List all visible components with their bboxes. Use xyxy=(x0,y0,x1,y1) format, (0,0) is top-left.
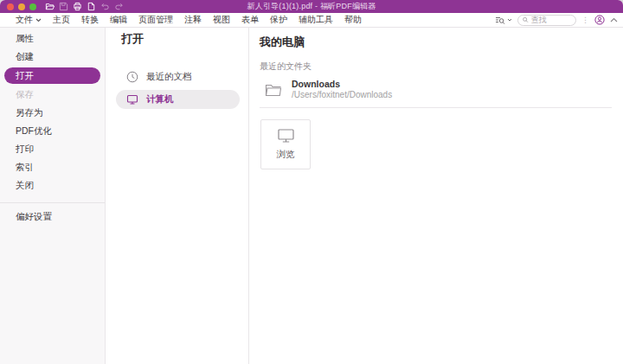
overflow-dots-icon: ⋮ xyxy=(581,16,589,24)
open-item-recent-documents[interactable]: 最近的文档 xyxy=(116,67,240,86)
close-window-button[interactable] xyxy=(7,3,14,10)
maximize-window-button[interactable] xyxy=(29,3,36,10)
menu-help[interactable]: 帮助 xyxy=(344,14,362,26)
browse-label: 浏览 xyxy=(277,149,295,161)
chevron-down-icon xyxy=(507,18,512,22)
computer-panel: 我的电脑 最近的文件夹 Downloads /Users/foxitnet/Do… xyxy=(249,28,623,364)
computer-icon xyxy=(277,128,295,144)
minimize-window-button[interactable] xyxy=(18,3,25,10)
sidebar-item-save[interactable]: 保存 xyxy=(0,86,105,104)
window-controls xyxy=(7,3,36,10)
menu-organize[interactable]: 页面管理 xyxy=(138,14,173,26)
menubar: 文件 主页 转换 编辑 页面管理 注释 视图 表单 保护 辅助工具 帮助 xyxy=(0,13,623,28)
sidebar-item-close[interactable]: 关闭 xyxy=(0,176,105,195)
open-panel: 打开 最近的文档 xyxy=(106,28,249,364)
folder-name: Downloads xyxy=(292,79,392,89)
account-avatar[interactable] xyxy=(594,15,605,25)
menu-file-label: 文件 xyxy=(16,14,33,26)
menu-accessibility[interactable]: 辅助工具 xyxy=(299,14,333,26)
menu-form[interactable]: 表单 xyxy=(241,14,259,26)
menu-protect[interactable]: 保护 xyxy=(270,14,287,26)
sidebar-item-pdf-optimize[interactable]: PDF优化 xyxy=(0,122,105,140)
search-icon xyxy=(523,16,529,23)
sidebar-item-open[interactable]: 打开 xyxy=(4,67,100,84)
sidebar-item-save-as[interactable]: 另存为 xyxy=(0,104,105,122)
folder-texts: Downloads /Users/foxitnet/Downloads xyxy=(292,79,392,100)
open-location-list: 最近的文档 计算机 xyxy=(116,67,240,109)
titlebar: 新人引导(1)(1).pdf - 福昕PDF编辑器 xyxy=(0,0,623,13)
new-document-icon[interactable] xyxy=(87,2,96,11)
menu-edit[interactable]: 编辑 xyxy=(110,14,127,26)
open-item-label: 最近的文档 xyxy=(146,71,192,83)
browse-button[interactable]: 浏览 xyxy=(260,119,311,169)
menu-home[interactable]: 主页 xyxy=(53,14,70,26)
backstage-sidebar: 属性 创建 打开 保存 另存为 PDF优化 打印 索引 关闭 偏好设置 xyxy=(0,28,106,364)
advanced-find-button[interactable] xyxy=(495,16,512,25)
computer-panel-title: 我的电脑 xyxy=(260,36,612,48)
menu-view[interactable]: 视图 xyxy=(213,14,230,26)
recent-folders-label: 最近的文件夹 xyxy=(260,61,612,73)
save-icon[interactable] xyxy=(59,2,68,11)
search-input[interactable] xyxy=(531,16,571,24)
sidebar-item-preferences[interactable]: 偏好设置 xyxy=(0,208,105,226)
sidebar-item-index[interactable]: 索引 xyxy=(0,158,105,176)
quick-access-toolbar xyxy=(45,2,124,11)
clock-icon xyxy=(126,71,138,83)
open-file-icon[interactable] xyxy=(45,2,55,11)
search-field[interactable] xyxy=(517,15,576,26)
redo-icon[interactable] xyxy=(114,2,124,11)
backstage-view: 属性 创建 打开 保存 另存为 PDF优化 打印 索引 关闭 偏好设置 打开 xyxy=(0,28,623,364)
app-window: 新人引导(1)(1).pdf - 福昕PDF编辑器 文件 主页 转换 编辑 页面… xyxy=(0,0,623,364)
open-item-computer[interactable]: 计算机 xyxy=(116,90,240,109)
computer-icon xyxy=(126,93,138,105)
folder-icon xyxy=(265,82,282,97)
menu-convert[interactable]: 转换 xyxy=(81,14,99,26)
sidebar-item-print[interactable]: 打印 xyxy=(0,140,105,158)
open-panel-title: 打开 xyxy=(121,33,248,45)
collapse-ribbon-button[interactable] xyxy=(610,17,618,22)
sidebar-item-properties[interactable]: 属性 xyxy=(0,29,105,48)
print-icon[interactable] xyxy=(73,2,82,11)
sidebar-divider xyxy=(0,202,105,203)
recent-folder-item[interactable]: Downloads /Users/foxitnet/Downloads xyxy=(260,73,612,108)
menu-file[interactable]: 文件 xyxy=(16,14,42,26)
find-icon xyxy=(495,16,506,25)
open-item-label: 计算机 xyxy=(146,93,174,105)
menubar-right-tools: ⋮ xyxy=(495,15,618,26)
chevron-down-icon xyxy=(35,18,42,22)
folder-path: /Users/foxitnet/Downloads xyxy=(292,90,392,100)
menu-comment[interactable]: 注释 xyxy=(184,14,202,26)
undo-icon[interactable] xyxy=(100,2,110,11)
sidebar-item-create[interactable]: 创建 xyxy=(0,48,105,66)
